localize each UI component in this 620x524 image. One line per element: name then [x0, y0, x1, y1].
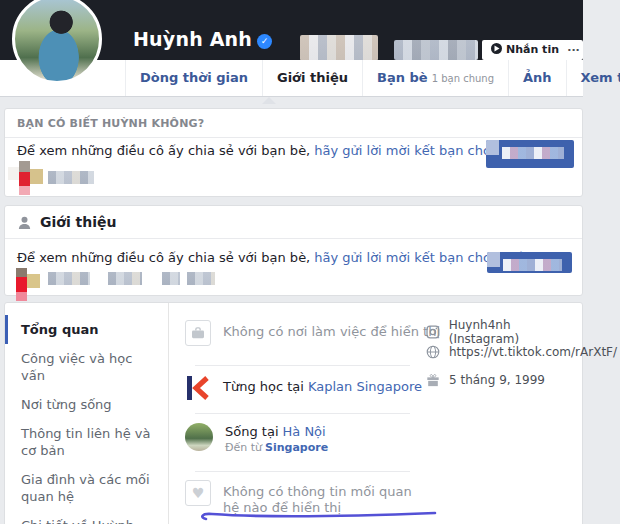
- active-tab-caret: [262, 97, 276, 104]
- row-divider: [195, 365, 410, 366]
- tab-about[interactable]: Giới thiệu: [263, 60, 363, 96]
- message-button-label: Nhắn tin: [506, 43, 559, 56]
- about-card-title: Giới thiệu: [40, 214, 117, 230]
- verified-badge-icon: ✓: [257, 34, 272, 49]
- work-empty-text: Không có nơi làm việc để hiển thị: [223, 320, 440, 340]
- censored-profile-icon: [19, 161, 30, 195]
- message-button[interactable]: Nhắn tin: [482, 40, 568, 60]
- row-divider: [195, 413, 410, 414]
- censored-action-chip-1[interactable]: [300, 35, 378, 61]
- website-row: https://vt.tiktok.com/rArXtF/: [426, 345, 617, 359]
- overview-card: Tổng quan Công việc và học vấn Nơi từng …: [4, 302, 583, 524]
- tab-timeline[interactable]: Dòng thời gian: [125, 60, 263, 96]
- about-card-header: Giới thiệu: [5, 206, 582, 239]
- tab-friends-mutual-count: 1 bạn chung: [432, 73, 494, 84]
- do-you-know-card: BẠN CÓ BIẾT HUỲNH KHÔNG? Để xem những đi…: [4, 108, 583, 197]
- censored-profile-icon: [16, 268, 27, 301]
- profile-name-text: Huỳnh Anh: [133, 28, 252, 50]
- know-card-text: Để xem những điều cô ấy chia sẻ với bạn …: [17, 143, 310, 158]
- sidebar-item-places-lived[interactable]: Nơi từng sống: [5, 390, 168, 419]
- censored-add-friend-button[interactable]: [486, 140, 574, 168]
- from-city-link[interactable]: Singapore: [265, 441, 328, 454]
- annotation-squiggle-underline: [199, 509, 439, 521]
- censored-name-strip: [48, 171, 94, 184]
- person-icon: [17, 215, 32, 230]
- profile-name: Huỳnh Anh✓: [133, 28, 272, 50]
- instagram-row: Huynh4nh (Instagram): [426, 318, 582, 346]
- tab-friends[interactable]: Bạn bè1 bạn chung: [363, 60, 509, 96]
- lives-in-prefix: Sống tại: [225, 424, 279, 439]
- website-link[interactable]: https://vt.tiktok.com/rArXtF/: [449, 345, 617, 359]
- education-prefix: Từng học tại: [223, 379, 304, 394]
- censored-pixel: [30, 169, 43, 184]
- about-card: Giới thiệu Để xem những điều cô ấy chia …: [4, 205, 583, 296]
- tab-photos[interactable]: Ảnh: [509, 60, 567, 96]
- censored-add-friend-button-2[interactable]: [487, 252, 572, 273]
- sidebar-item-contact-basic-info[interactable]: Thông tin liên hệ và cơ bản: [5, 419, 168, 465]
- censored-name-strip: [48, 272, 90, 285]
- about-card-text: Để xem những điều cô ấy chia sẻ với bạn …: [17, 250, 310, 265]
- birthday-row: 5 tháng 9, 1999: [426, 373, 545, 387]
- sidebar-item-work-education[interactable]: Công việc và học vấn: [5, 344, 168, 390]
- censored-name-strip: [187, 272, 215, 285]
- work-row: Không có nơi làm việc để hiển thị: [185, 320, 440, 346]
- censored-action-chip-2[interactable]: [394, 40, 478, 60]
- censored-pixel: [27, 274, 40, 288]
- city-photo-thumbnail[interactable]: [185, 423, 213, 451]
- birthday-value: 5 tháng 9, 1999: [449, 373, 545, 387]
- do-you-know-title: BẠN CÓ BIẾT HUỲNH KHÔNG?: [5, 109, 582, 138]
- education-row: Từng học tạiKaplan Singapore: [185, 375, 422, 401]
- censored-name-strip: [162, 272, 180, 285]
- row-divider: [195, 471, 410, 472]
- from-prefix: Đến từ: [225, 441, 262, 454]
- gift-icon: [426, 373, 440, 387]
- heart-icon: ♥: [185, 480, 211, 506]
- sidebar-item-family-relationships[interactable]: Gia đình và các mối quan hệ: [5, 465, 168, 511]
- instagram-handle[interactable]: Huynh4nh (Instagram): [449, 318, 582, 346]
- censored-name-strip: [108, 272, 142, 285]
- censored-pixel: [8, 167, 19, 180]
- education-school-link[interactable]: Kaplan Singapore: [308, 379, 422, 394]
- places-row: Sống tạiHà Nội Đến từSingapore: [185, 423, 328, 456]
- tab-friends-label: Bạn bè: [377, 70, 428, 85]
- globe-icon: [426, 345, 440, 359]
- about-sidebar: Tổng quan Công việc và học vấn Nơi từng …: [5, 303, 169, 524]
- more-options-button[interactable]: ...: [564, 40, 583, 60]
- tab-more[interactable]: Xem thêm ▾: [567, 60, 620, 96]
- messenger-icon: [491, 43, 502, 54]
- kaplan-logo-icon: [185, 375, 211, 401]
- facebook-profile-page: Huỳnh Anh✓ Nhắn tin ... Dòng thời gian G…: [0, 0, 620, 524]
- sidebar-item-overview[interactable]: Tổng quan: [5, 315, 168, 344]
- instagram-icon: [426, 325, 440, 339]
- briefcase-icon: [185, 320, 211, 346]
- lives-in-city-link[interactable]: Hà Nội: [283, 424, 326, 439]
- sidebar-item-details-about[interactable]: Chi tiết về Huỳnh: [5, 511, 168, 524]
